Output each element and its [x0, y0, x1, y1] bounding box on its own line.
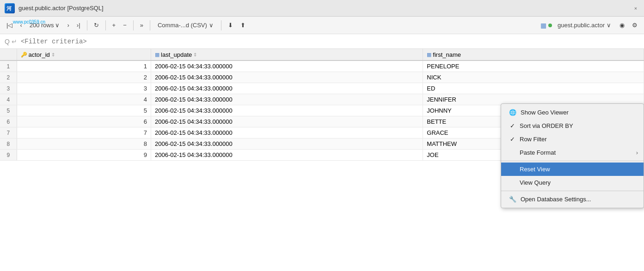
connection-status-dot [548, 24, 552, 27]
first-name-cell: NICK [423, 72, 644, 83]
last-update-label: last_update [161, 51, 192, 58]
rows-dropdown-arrow: ∨ [55, 22, 60, 29]
format-dropdown-arrow: ∨ [209, 22, 214, 29]
row-number-header [0, 49, 17, 60]
table-icon: ▦ [540, 22, 546, 29]
refresh-button[interactable]: ↻ [91, 20, 102, 30]
table-row[interactable]: 2 2 2006-02-15 04:34:33.000000 NICK [0, 72, 644, 83]
last-update-cell: 2006-02-15 04:34:33.000000 [151, 116, 423, 127]
row-number: 1 [0, 60, 17, 72]
add-row-button[interactable]: + [110, 20, 119, 30]
title-bar: 河 guest.public.actor [PostgreSQL] × [0, 0, 644, 17]
row-number: 8 [0, 139, 17, 150]
actor-id-cell: 9 [17, 150, 151, 161]
menu-label: Show Geo Viewer [521, 109, 569, 116]
table-row[interactable]: 1 1 2006-02-15 04:34:33.000000 PENELOPE [0, 60, 644, 72]
table-dropdown-arrow: ∨ [607, 22, 611, 29]
actor-id-cell: 2 [17, 72, 151, 83]
row-number: 6 [0, 116, 17, 127]
next-page-button[interactable]: › [64, 20, 72, 30]
sort-arrows-actor-id[interactable]: ⇕ [51, 52, 55, 57]
menu-label: Row Filter [520, 136, 547, 143]
last-update-cell: 2006-02-15 04:34:33.000000 [151, 139, 423, 150]
menu-separator-2 [501, 191, 644, 191]
row-number: 9 [0, 150, 17, 161]
sort-arrows-last-update[interactable]: ⇕ [193, 52, 197, 57]
menu-item-open-db-settings[interactable]: 🔧Open Database Settings... [501, 193, 644, 206]
menu-separator [501, 161, 644, 161]
first-name-header[interactable]: ▦ first_name [423, 49, 644, 60]
menu-check: ✓ [509, 122, 516, 129]
actor-id-cell: 5 [17, 105, 151, 116]
separator-1 [87, 20, 87, 30]
menu-label: Open Database Settings... [521, 196, 591, 203]
row-number: 5 [0, 105, 17, 116]
last-update-cell: 2006-02-15 04:34:33.000000 [151, 94, 423, 105]
table-label: guest.public.actor [558, 22, 605, 29]
actor-id-cell: 1 [17, 60, 151, 72]
actor-id-cell: 6 [17, 116, 151, 127]
separator-3 [133, 20, 134, 30]
actor-id-cell: 3 [17, 83, 151, 94]
menu-label: Reset View [520, 166, 550, 173]
menu-label: View Query [520, 179, 551, 186]
download-button[interactable]: ⬇ [225, 20, 236, 30]
menu-check: ✓ [509, 136, 516, 143]
remove-row-button[interactable]: − [120, 20, 129, 30]
submenu-arrow-icon: › [636, 149, 638, 156]
menu-item-row-filter[interactable]: ✓Row Filter [501, 132, 644, 146]
actor-id-cell: 8 [17, 139, 151, 150]
menu-item-view-query[interactable]: View Query [501, 176, 644, 189]
filter-enter-icon: ↵ [12, 38, 17, 45]
menu-icon: 🔧 [509, 196, 517, 203]
watermark: www.pc0359.cn [13, 19, 45, 24]
menu-item-paste-format[interactable]: Paste Format› [501, 146, 644, 159]
export-button[interactable]: » [137, 20, 146, 30]
first-name-label: first_name [433, 51, 461, 58]
separator-4 [150, 20, 150, 30]
last-update-cell: 2006-02-15 04:34:33.000000 [151, 60, 423, 72]
last-update-header[interactable]: ▦ last_update ⇕ [151, 49, 423, 60]
format-selector[interactable]: Comma-...d (CSV) ∨ [154, 21, 217, 30]
window-title: guest.public.actor [PostgreSQL] [18, 5, 628, 12]
first-name-cell: PENELOPE [423, 60, 644, 72]
row-number: 2 [0, 72, 17, 83]
upload-button[interactable]: ⬆ [238, 20, 248, 30]
menu-item-show-geo-viewer[interactable]: 🌐Show Geo Viewer [501, 106, 644, 119]
context-menu: 🌐Show Geo Viewer✓Sort via ORDER BY✓Row F… [501, 103, 644, 208]
filter-bar: Q ↵ [0, 34, 644, 49]
last-update-cell: 2006-02-15 04:34:33.000000 [151, 105, 423, 116]
filter-input[interactable] [21, 38, 639, 45]
grid-icon-last-update: ▦ [155, 52, 159, 58]
menu-label: Paste Format [520, 149, 556, 156]
menu-label: Sort via ORDER BY [520, 122, 573, 129]
table-container: 🔑 actor_id ⇕ ▦ last_update ⇕ ▦ firs [0, 49, 644, 271]
last-update-cell: 2006-02-15 04:34:33.000000 [151, 72, 423, 83]
menu-item-reset-view[interactable]: Reset View [501, 163, 644, 176]
last-update-cell: 2006-02-15 04:34:33.000000 [151, 150, 423, 161]
separator-2 [105, 20, 106, 30]
actor-id-header[interactable]: 🔑 actor_id ⇕ [17, 49, 151, 60]
menu-icon: 🌐 [509, 109, 517, 116]
actor-id-cell: 4 [17, 94, 151, 105]
table-selector[interactable]: guest.public.actor ∨ [554, 21, 615, 30]
row-number: 7 [0, 127, 17, 139]
separator-5 [221, 20, 221, 30]
key-icon: 🔑 [21, 52, 27, 58]
settings-button[interactable]: ⚙ [629, 20, 640, 30]
first-name-cell: ED [423, 83, 644, 94]
app-logo: 河 [5, 3, 15, 13]
last-update-cell: 2006-02-15 04:34:33.000000 [151, 83, 423, 94]
last-page-button[interactable]: ›| [74, 20, 83, 30]
filter-icon: Q [5, 38, 10, 45]
view-button[interactable]: ◉ [617, 20, 627, 30]
row-number: 4 [0, 94, 17, 105]
close-button[interactable]: × [632, 5, 639, 12]
last-update-cell: 2006-02-15 04:34:33.000000 [151, 127, 423, 139]
row-number: 3 [0, 83, 17, 94]
grid-icon-first-name: ▦ [427, 52, 431, 58]
table-row[interactable]: 3 3 2006-02-15 04:34:33.000000 ED [0, 83, 644, 94]
toolbar: |◁ ‹ 200 rows ∨ › ›| ↻ + − » Comma-...d … [0, 17, 644, 34]
toolbar-right: ▦ guest.public.actor ∨ ◉ ⚙ [540, 20, 640, 30]
menu-item-sort-order-by[interactable]: ✓Sort via ORDER BY [501, 119, 644, 132]
